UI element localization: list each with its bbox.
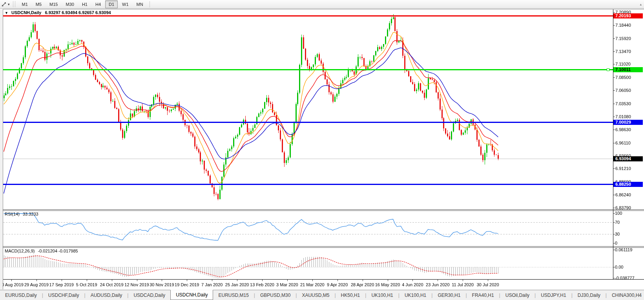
chart-tool-icon[interactable] (0, 1, 7, 7)
tab-usdjpy-h1[interactable]: USDJPY,H1 (536, 290, 571, 300)
mt4-chart-window: ▾ M1M5M15M30H1H4D1W1MN ▴ ▼ USDCNH,Daily … (0, 0, 644, 300)
timeframe-button-m15[interactable]: M15 (46, 0, 61, 8)
timeframe-toolbar: ▾ M1M5M15M30H1H4D1W1MN ▴ (0, 0, 644, 9)
chevron-down-icon[interactable]: ▾ (7, 2, 11, 6)
timeframe-button-h4[interactable]: H4 (92, 0, 104, 8)
tab-usoil-daily[interactable]: USOil,Daily (500, 290, 535, 300)
timeframe-button-m5[interactable]: M5 (32, 0, 45, 8)
tab-china300-h4[interactable]: CHINA300,H4 (607, 290, 644, 300)
toolbar-divider (150, 1, 150, 7)
tab-uk100-h1[interactable]: UK100,H1 (400, 290, 431, 300)
timeframe-button-m30[interactable]: M30 (62, 0, 78, 8)
timeframe-button-w1[interactable]: W1 (119, 0, 132, 8)
chart-canvas[interactable] (0, 0, 644, 300)
tab-xauusd-m5[interactable]: XAUUSD,M5 (297, 290, 334, 300)
tab-uk100-h1[interactable]: UK100,H1 (366, 290, 398, 300)
chart-tab-bar: EURUSD,Daily|USDCHF,Daily|AUDUSD,Daily|U… (0, 290, 644, 300)
tab-eurusd-daily[interactable]: EURUSD,Daily (0, 290, 42, 300)
chart-tabs: EURUSD,Daily|USDCHF,Daily|AUDUSD,Daily|U… (0, 290, 644, 300)
tab-usdchf-daily[interactable]: USDCHF,Daily (43, 290, 84, 300)
timeframe-button-h1[interactable]: H1 (78, 0, 91, 8)
tab-gbpusd-m30[interactable]: GBPUSD,M30 (255, 290, 296, 300)
timeframe-button-m1[interactable]: M1 (18, 0, 31, 8)
tab-hk50-h1[interactable]: HK50,H1 (336, 290, 365, 300)
tab-usdcnh-daily[interactable]: USDCNH,Daily (170, 290, 213, 300)
timeframe-button-d1[interactable]: D1 (105, 0, 118, 8)
toolbar-grip-handle[interactable] (13, 1, 15, 7)
tab-audusd-daily[interactable]: AUDUSD,Daily (86, 290, 128, 300)
tab-usdcad-daily[interactable]: USDCAD,Daily (128, 290, 170, 300)
timeframe-buttons: M1M5M15M30H1H4D1W1MN (18, 0, 147, 8)
timeframe-button-mn[interactable]: MN (133, 0, 147, 8)
tab-fra40-h1[interactable]: FRA40,H1 (467, 290, 499, 300)
chart-menu-icon[interactable]: ▼ (5, 11, 8, 15)
tab-ger30-h1[interactable]: GER30,H1 (432, 290, 465, 300)
chart-frame-left-edge (0, 9, 3, 289)
tab-eurusd-m15[interactable]: EURUSD,M15 (213, 290, 254, 300)
toolbar-overflow-icon[interactable]: ▴ (640, 2, 642, 6)
tab-dj30-daily[interactable]: DJ30,Daily (573, 290, 606, 300)
